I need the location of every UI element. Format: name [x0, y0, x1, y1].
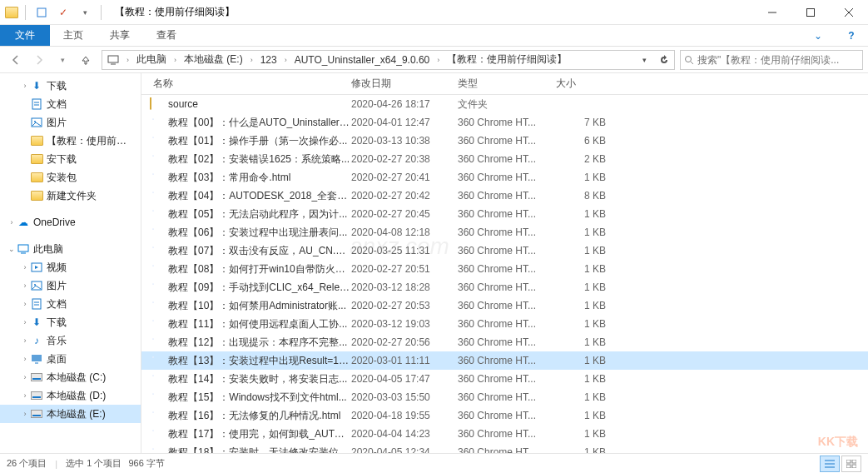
col-date[interactable]: 修改日期	[351, 77, 458, 91]
view-icons-button[interactable]	[841, 456, 861, 472]
nav-back-button[interactable]	[5, 49, 27, 71]
address-bar[interactable]: › 此电脑 › 本地磁盘 (E:) › 123 › AUTO_Uninstall…	[102, 50, 675, 70]
file-name: 教程【18】：安装时，无法修改安装位...	[168, 446, 347, 454]
qat-checkbox-icon[interactable]: ✓	[54, 3, 72, 22]
file-row[interactable]: 教程【00】：什么是AUTO_Uninstaller_...2020-04-01…	[141, 113, 868, 132]
file-type: 360 Chrome HT...	[458, 263, 556, 275]
column-headers[interactable]: 名称 修改日期 类型 大小	[141, 73, 868, 95]
qat-properties-icon[interactable]	[32, 3, 51, 22]
file-row[interactable]: 教程【03】：常用命令.html2020-02-27 20:41360 Chro…	[141, 168, 868, 187]
file-row[interactable]: 教程【08】：如何打开win10自带防火墙...2020-02-27 20:51…	[141, 260, 868, 278]
refresh-icon[interactable]	[654, 51, 674, 69]
breadcrumb-seg-4[interactable]: 【教程：使用前仔细阅读】	[442, 51, 572, 69]
expand-icon[interactable]: ›	[20, 263, 30, 271]
addr-pc-icon[interactable]	[102, 51, 124, 69]
file-row[interactable]: 教程【05】：无法启动此程序，因为计...2020-02-27 20:45360…	[141, 205, 868, 223]
sidebar-item[interactable]: ›⬇下载	[0, 313, 141, 331]
ribbon-file-tab[interactable]: 文件	[0, 25, 50, 46]
file-row[interactable]: 教程【02】：安装错误1625：系统策略...2020-02-27 20:383…	[141, 150, 868, 168]
maximize-button[interactable]	[791, 0, 830, 25]
chevron-right-icon[interactable]: ›	[282, 56, 290, 64]
expand-icon[interactable]: ⌄	[7, 245, 17, 253]
expand-icon[interactable]: ›	[20, 318, 30, 326]
sidebar-item[interactable]: 安装包	[0, 168, 141, 187]
ribbon-tab-share[interactable]: 共享	[97, 25, 143, 46]
expand-icon[interactable]: ›	[20, 391, 30, 400]
sidebar-item[interactable]: ›文档	[0, 295, 141, 313]
file-row[interactable]: 教程【14】：安装失败时，将安装日志...2020-04-05 17:47360…	[141, 370, 868, 388]
sidebar-item[interactable]: ›⬇下载	[0, 77, 141, 95]
chevron-right-icon[interactable]: ›	[124, 56, 131, 64]
sidebar-item[interactable]: 图片	[0, 113, 141, 132]
ribbon-tab-home[interactable]: 主页	[50, 25, 97, 46]
minimize-button[interactable]	[753, 0, 791, 25]
sidebar-item[interactable]: 文档	[0, 95, 141, 113]
breadcrumb-seg-3[interactable]: AUTO_Uninstaller_x64_9.0.60	[290, 51, 435, 69]
sidebar-item[interactable]: ⌄此电脑	[0, 240, 141, 258]
qat-dropdown-icon[interactable]: ▾	[76, 3, 94, 22]
expand-icon[interactable]: ›	[20, 410, 30, 418]
sidebar[interactable]: ›⬇下载文档图片【教程：使用前…安下载安装包新建文件夹›☁OneDrive⌄此电…	[0, 73, 141, 453]
view-details-button[interactable]	[820, 456, 840, 472]
file-row[interactable]: 教程【18】：安装时，无法修改安装位...2020-04-05 12:34360…	[141, 443, 868, 453]
sidebar-item[interactable]: ›本地磁盘 (D:)	[0, 386, 141, 405]
addr-dropdown-icon[interactable]: ▾	[634, 51, 654, 69]
ribbon-expand-icon[interactable]: ⌄	[801, 25, 835, 46]
svg-rect-2	[807, 8, 815, 16]
expand-icon[interactable]: ›	[20, 373, 30, 381]
expand-icon[interactable]: ›	[20, 336, 30, 345]
sidebar-item[interactable]: 新建文件夹	[0, 187, 141, 205]
file-type: 360 Chrome HT...	[458, 355, 556, 366]
expand-icon[interactable]: ›	[20, 300, 30, 308]
close-button[interactable]	[830, 0, 868, 25]
nav-up-button[interactable]	[75, 49, 97, 71]
file-row[interactable]: 教程【13】：安装过程中出现Result=16...2020-03-01 11:…	[141, 351, 868, 370]
sidebar-item[interactable]: ›桌面	[0, 350, 141, 368]
expand-icon[interactable]: ›	[20, 281, 30, 290]
sidebar-item[interactable]: ›☁OneDrive	[0, 213, 141, 232]
sidebar-item[interactable]: ›本地磁盘 (E:)	[0, 405, 141, 423]
chevron-right-icon[interactable]: ›	[434, 56, 442, 64]
file-row[interactable]: 教程【09】：手动找到CLIC_x64_Releas...2020-03-12 …	[141, 278, 868, 296]
sidebar-item[interactable]: 安下载	[0, 150, 141, 168]
col-name[interactable]: 名称	[141, 77, 351, 91]
file-row[interactable]: 教程【06】：安装过程中出现注册表问...2020-04-08 12:18360…	[141, 223, 868, 241]
breadcrumb-seg-0[interactable]: 此电脑	[131, 51, 171, 69]
tree-label: 安下载	[47, 152, 77, 167]
svg-rect-14	[18, 245, 28, 251]
file-row[interactable]: 教程【16】：无法修复的几种情况.html2020-04-18 19:55360…	[141, 406, 868, 425]
chevron-right-icon[interactable]: ›	[171, 56, 179, 64]
ribbon-tab-view[interactable]: 查看	[143, 25, 190, 46]
file-row[interactable]: 教程【04】：AUTODESK_2018_全套密...2020-02-27 20…	[141, 187, 868, 205]
file-row[interactable]: 教程【12】：出现提示：本程序不完整...2020-02-27 20:56360…	[141, 333, 868, 351]
search-box[interactable]	[680, 50, 863, 70]
nav-recent-dropdown[interactable]: ▾	[52, 49, 73, 71]
expand-icon[interactable]: ›	[7, 218, 17, 227]
breadcrumb-seg-1[interactable]: 本地磁盘 (E:)	[179, 51, 248, 69]
chevron-right-icon[interactable]: ›	[248, 56, 255, 64]
file-list[interactable]: source2020-04-26 18:17文件夹教程【00】：什么是AUTO_…	[141, 95, 868, 453]
sidebar-item[interactable]: ›♪音乐	[0, 331, 141, 350]
file-row[interactable]: source2020-04-26 18:17文件夹	[141, 95, 868, 113]
ribbon-help-icon[interactable]: ?	[835, 25, 868, 46]
sidebar-item[interactable]: ›本地磁盘 (C:)	[0, 368, 141, 386]
col-size[interactable]: 大小	[556, 77, 622, 91]
search-input[interactable]	[697, 54, 859, 66]
expand-icon[interactable]: ›	[20, 355, 30, 363]
col-type[interactable]: 类型	[458, 77, 556, 91]
file-row[interactable]: 教程【10】：如何禁用Administrator账...2020-02-27 2…	[141, 296, 868, 315]
file-date: 2020-03-13 10:38	[351, 135, 458, 147]
expand-icon[interactable]: ›	[20, 82, 30, 90]
breadcrumb-seg-2[interactable]: 123	[255, 51, 282, 69]
sidebar-item[interactable]: 【教程：使用前…	[0, 132, 141, 150]
file-row[interactable]: 教程【17】：使用完，如何卸载_AUTO_...2020-04-04 14:23…	[141, 425, 868, 443]
window-icon	[5, 7, 18, 18]
file-row[interactable]: 教程【01】：操作手册（第一次操作必...2020-03-13 10:38360…	[141, 132, 868, 150]
sidebar-item[interactable]: ›图片	[0, 276, 141, 295]
file-row[interactable]: 教程【11】：如何使用远程桌面人工协...2020-03-12 19:03360…	[141, 315, 868, 333]
file-date: 2020-04-26 18:17	[351, 98, 458, 110]
sidebar-item[interactable]: ›视频	[0, 258, 141, 276]
file-row[interactable]: 教程【15】：Windows找不到文件html...2020-03-03 15:…	[141, 388, 868, 406]
nav-forward-button[interactable]	[28, 49, 50, 71]
file-row[interactable]: 教程【07】：双击没有反应，AU_CN.ex...2020-03-25 11:3…	[141, 241, 868, 260]
